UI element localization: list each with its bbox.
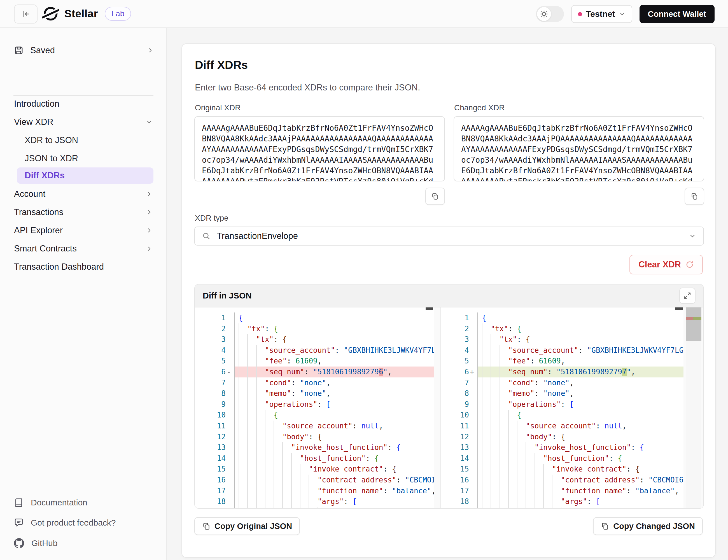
xdr-type-select[interactable]: TransactionEnvelope	[194, 227, 704, 246]
code-content: "function_name": "balance",	[477, 486, 683, 496]
code-line: 13"invoke_host_function": {	[195, 442, 434, 453]
code-content: "contract_address": "CBCMOI6GVNQR5QFAKXQ…	[477, 475, 683, 486]
code-content: "seq_num": "518106199892797",	[477, 367, 683, 377]
original-xdr-label: Original XDR	[195, 103, 241, 112]
sidebar-item-label: Diff XDRs	[25, 171, 153, 181]
line-number: 11	[195, 421, 226, 431]
sidebar-item-api-explorer[interactable]: API Explorer	[0, 221, 167, 240]
code-content: "tx": {	[234, 323, 434, 334]
code-line: 18"args": [	[441, 496, 683, 507]
copy-changed-json-label: Copy Changed JSON	[613, 522, 695, 531]
copy-changed-xdr-button[interactable]	[685, 188, 704, 205]
copy-original-json-button[interactable]: Copy Original JSON	[194, 517, 300, 535]
diff-sign	[469, 356, 477, 367]
code-line: 12"body": {	[195, 431, 434, 442]
diff-pane-original[interactable]: 1{2"tx": {3"tx": {4"source_account": "GB…	[195, 307, 434, 509]
sidebar-item-diff-xdrs[interactable]: Diff XDRs	[0, 166, 167, 185]
code-content: "source_account": null,	[477, 421, 683, 431]
code-line: 16"contract_address": "CBCMOI6GVNQR5QFAK…	[195, 475, 434, 486]
sidebar-item-smart-contracts[interactable]: Smart Contracts	[0, 239, 167, 258]
sidebar-item-label: Saved	[30, 45, 140, 55]
diff-pane-changed[interactable]: 1{2"tx": {3"tx": {4"source_account": "GB…	[440, 307, 683, 509]
sidebar-item-label: Account	[14, 189, 146, 199]
code-content: "memo": "none",	[234, 388, 434, 399]
sidebar-item-xdr-to-json[interactable]: XDR to JSON	[0, 131, 167, 150]
code-content: "body": {	[477, 431, 683, 442]
code-line: 10{	[195, 410, 434, 421]
diff-sign	[226, 388, 234, 399]
code-line: 14"host_function": {	[195, 453, 434, 464]
diff-sign	[469, 399, 477, 410]
code-line: 4"source_account": "GBXBHIHKE3LJWKV4YF7L…	[441, 345, 683, 356]
code-content: "function_name": "balance",	[234, 486, 434, 496]
sidebar-item-transactions[interactable]: Transactions	[0, 203, 167, 221]
code-content: "tx": {	[477, 334, 683, 345]
stellar-logo-icon	[42, 5, 59, 22]
code-content: "invoke_contract": {	[234, 464, 434, 475]
code-content: {	[477, 312, 683, 323]
sidebar-item-introduction[interactable]: Introduction	[0, 95, 167, 113]
line-number: 1	[441, 312, 469, 323]
copy-changed-json-button[interactable]: Copy Changed JSON	[593, 517, 703, 535]
line-number: 6	[441, 367, 469, 377]
diff-sign	[469, 388, 477, 399]
diff-panel-header: Diff in JSON	[195, 284, 703, 307]
copy-icon	[202, 522, 211, 530]
expand-diff-button[interactable]	[679, 288, 696, 304]
line-number: 18	[195, 496, 226, 507]
code-content: "contract_address": "CBCMOI6GVNQR5QFAKXQ…	[234, 475, 434, 486]
line-number: 11	[441, 421, 469, 431]
diff-sign	[469, 453, 477, 464]
sidebar-link-github[interactable]: GitHub	[0, 534, 167, 552]
collapse-sidebar-button[interactable]	[14, 4, 38, 24]
network-select[interactable]: Testnet	[571, 5, 632, 23]
chevron-down-icon	[689, 232, 696, 240]
sidebar-item-label: Transaction Dashboard	[14, 262, 153, 272]
clear-xdr-button[interactable]: Clear XDR	[629, 255, 703, 274]
code-content: "source_account": "GBXBHIHKE3LJWKV4YF7LG…	[234, 345, 434, 356]
connect-wallet-button[interactable]: Connect Wallet	[640, 5, 715, 23]
diff-panel-title: Diff in JSON	[203, 291, 679, 300]
sidebar-item-account[interactable]: Account	[0, 185, 167, 203]
sidebar-item-view-xdr[interactable]: View XDR	[0, 113, 167, 131]
collapse-sidebar-icon	[21, 9, 31, 19]
horizontal-scrollbar-thumb[interactable]	[675, 307, 683, 310]
line-number: 2	[195, 323, 226, 334]
code-content: {	[234, 507, 434, 509]
diff-sign	[469, 486, 477, 496]
diff-sign	[469, 312, 477, 323]
theme-toggle[interactable]	[536, 6, 564, 22]
changed-xdr-input[interactable]: AAAAAgAAAABuE6DqJtabKrzBfrNo6A0Zt1FrFAV4…	[454, 116, 704, 181]
save-icon	[14, 46, 24, 55]
sidebar-item-json-to-xdr[interactable]: JSON to XDR	[0, 149, 167, 168]
sidebar-link-documentation[interactable]: Documentation	[0, 494, 167, 512]
code-content: {	[477, 507, 683, 509]
code-line: 3"tx": {	[195, 334, 434, 345]
code-line: 2"tx": {	[441, 323, 683, 334]
code-line: 7"cond": "none",	[195, 377, 434, 388]
diff-sign	[469, 377, 477, 388]
code-content: "args": [	[234, 496, 434, 507]
code-content: {	[234, 410, 434, 421]
vertical-scrollbar-thumb[interactable]	[686, 307, 701, 341]
sidebar-item-saved[interactable]: Saved	[0, 40, 167, 60]
line-number: 18	[441, 496, 469, 507]
diff-sign	[226, 334, 234, 345]
original-xdr-input[interactable]: AAAAAgAAAABuE6DqJtabKrzBfrNo6A0Zt1FrFAV4…	[194, 116, 445, 181]
chevron-right-icon	[146, 245, 153, 252]
diff-sign	[226, 464, 234, 475]
sun-icon	[540, 10, 548, 18]
sidebar-item-transaction-dashboard[interactable]: Transaction Dashboard	[0, 258, 167, 276]
sidebar-link-feedback[interactable]: Got product feedback?	[0, 514, 167, 532]
line-number: 10	[441, 410, 469, 421]
diff-sign	[469, 345, 477, 356]
code-content: "host_function": {	[234, 453, 434, 464]
vertical-scrollbar[interactable]	[686, 307, 701, 509]
copy-original-xdr-button[interactable]	[425, 188, 445, 205]
diff-sign	[226, 377, 234, 388]
code-content: "source_account": null,	[234, 421, 434, 431]
code-line: 17"function_name": "balance",	[195, 486, 434, 496]
code-content: "invoke_contract": {	[477, 464, 683, 475]
code-line: 16"contract_address": "CBCMOI6GVNQR5QFAK…	[441, 475, 683, 486]
horizontal-scrollbar-thumb[interactable]	[426, 307, 433, 310]
